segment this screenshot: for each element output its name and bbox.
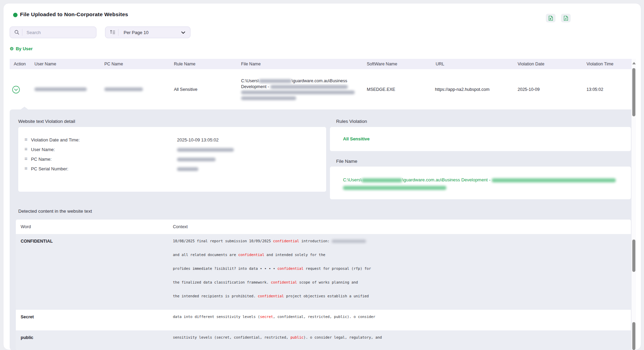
highlighted-keyword: confidential	[271, 280, 297, 284]
context-text: introduction:	[299, 239, 332, 243]
context-text: request for proposal (rfp) for	[303, 266, 371, 271]
file-path-line	[241, 95, 355, 101]
context-text: pro?ides immediate ?isibilit? into data …	[173, 266, 277, 271]
context-text: scope of works planning and	[297, 280, 358, 284]
file-name-card: C:\Users\\guardware.com.au\Business Deve…	[330, 167, 631, 199]
detail-label: PC Serial Number:	[31, 166, 68, 171]
search-input[interactable]	[22, 30, 89, 35]
redacted-text	[259, 79, 292, 83]
cell-pc-name-redacted	[104, 87, 143, 92]
detected-context: data into different sensitivity levels (…	[173, 310, 375, 328]
context-text: ). o consider legal, regulatory, and	[303, 335, 382, 339]
page-title: File Uploaded to Non-Corporate Websites	[20, 11, 128, 18]
redacted-text	[332, 240, 366, 243]
highlighted-keyword: confidential	[258, 294, 284, 298]
detected-row-public: publicsensitivity levels (secret, confid…	[16, 330, 631, 350]
detected-content-title: Detected content in the website text	[18, 209, 92, 214]
context-line: data into different sensitivity levels (…	[173, 315, 375, 328]
cell-user-name-redacted	[34, 87, 87, 92]
context-line: sensitivity levels (secret, confidential…	[173, 335, 382, 349]
cell-url: https://app-na2.hubspot.com	[435, 87, 489, 92]
cell-software-name: MSEDGE.EXE	[367, 87, 395, 92]
context-text: 10/08/2025 final report submission 10/09…	[173, 239, 273, 243]
column-header-context: Context	[173, 224, 188, 229]
column-header-user-name: User Name	[34, 62, 56, 66]
context-text: \guardware.com.au\Business	[292, 78, 347, 83]
chevron-down-icon	[181, 31, 185, 34]
file-path-line	[343, 184, 616, 191]
redacted-text	[492, 178, 616, 182]
rules-violation-value: All Sensitive	[343, 136, 370, 141]
cell-violation-time: 13:05:02	[586, 87, 603, 92]
detail-label: Violation Date and Time:	[31, 137, 80, 142]
column-header-action: Action	[14, 62, 26, 66]
export-excel-button[interactable]	[546, 14, 555, 22]
cell-violation-date: 2025-10-09	[518, 87, 540, 92]
scrollbar-track[interactable]	[631, 59, 636, 350]
column-header-word: Word	[21, 224, 31, 229]
violation-detail-title: Website text Violation detail	[18, 119, 75, 124]
context-line: pro?ides immediate ?isibilit? into data …	[173, 266, 371, 280]
list-lines-icon: ≡	[24, 166, 28, 170]
table-row[interactable]: All Sensitive C:\Users\\guardware.com.au…	[10, 69, 631, 109]
detail-value	[177, 147, 234, 152]
detected-word: public	[21, 335, 33, 340]
pdf-export-icon	[563, 15, 569, 21]
expand-notch	[21, 107, 28, 109]
status-dot	[13, 13, 18, 17]
detected-context: 10/08/2025 final report submission 10/09…	[173, 234, 371, 308]
scrollbar-thumb[interactable]	[632, 68, 635, 116]
export-pdf-button[interactable]	[561, 14, 571, 22]
detected-row-confidential: CONFIDENTIAL10/08/2025 final report subm…	[16, 234, 631, 310]
context-text: C:\Users\	[241, 78, 259, 83]
violation-detail-card: ≡Violation Date and Time:2025-10-09 13:0…	[18, 127, 326, 192]
column-header-software-name: SoftWare Name	[367, 62, 397, 66]
per-page-list-icon	[105, 30, 115, 35]
context-text: data into different sensitivity levels (	[173, 315, 260, 319]
context-text: project objectives establish a unified	[284, 294, 369, 298]
per-page-select[interactable]: Per Page 10	[105, 26, 190, 38]
context-text: sensitivity levels (secret, confidential…	[173, 335, 290, 339]
file-path-line: C:\Users\\guardware.com.au\Business Deve…	[343, 176, 616, 184]
file-path-line: Development -	[241, 84, 355, 90]
detected-row-secret: Secretdata into different sensitivity le…	[16, 310, 631, 330]
cell-file-name: C:\Users\\guardware.com.au\BusinessDevel…	[241, 78, 355, 101]
by-user-link[interactable]: ⚙ By User	[10, 46, 33, 51]
scrollbar-thumb[interactable]	[632, 240, 635, 272]
scrollbar-up-arrow[interactable]	[632, 62, 636, 64]
by-user-label: By User	[16, 46, 33, 51]
file-path-line	[241, 89, 355, 95]
context-text: \guardware.com.au\Business Development -	[402, 177, 491, 182]
scrollbar-thumb[interactable]	[632, 322, 635, 350]
context-text: and all related documents are	[173, 253, 238, 257]
cell-rule-name: All Sensitive	[174, 87, 197, 92]
detail-value: 2025-10-09 13:05:02	[177, 137, 219, 142]
column-header-file-name: File Name	[241, 62, 261, 66]
per-page-value: Per Page 10	[118, 30, 148, 35]
detected-word: Secret	[21, 315, 34, 319]
context-line: the finalized data classification framew…	[173, 280, 371, 294]
redacted-text	[241, 91, 355, 94]
column-header-pc-name: PC Name	[104, 62, 123, 66]
list-lines-icon: ≡	[24, 137, 28, 141]
rules-violation-card: All Sensitive	[330, 127, 631, 151]
list-lines-icon: ≡	[24, 147, 28, 151]
column-header-url: URL	[436, 62, 444, 66]
row-expand-chevron-icon[interactable]	[12, 86, 20, 94]
highlighted-keyword: public	[290, 335, 303, 339]
highlighted-keyword: confidential	[273, 239, 299, 243]
context-line: and all related documents are confidenti…	[173, 253, 371, 266]
context-line: 10/08/2025 final report submission 10/09…	[173, 239, 371, 253]
file-path-line: C:\Users\\guardware.com.au\Business	[241, 78, 355, 84]
context-text: and intended solely for the	[264, 253, 325, 257]
highlighted-keyword: secret	[260, 315, 273, 319]
gear-icon: ⚙	[10, 46, 14, 51]
column-header-rule-name: Rule Name	[174, 62, 196, 66]
detail-value	[177, 166, 198, 171]
excel-export-icon	[548, 15, 553, 21]
detected-table-header: Word Context	[16, 220, 631, 234]
redacted-text	[177, 148, 234, 152]
context-text: the intended recipients is prohibited.	[173, 294, 258, 298]
column-header-violation-time: Violation Time	[586, 62, 613, 66]
redacted-text	[362, 178, 402, 182]
